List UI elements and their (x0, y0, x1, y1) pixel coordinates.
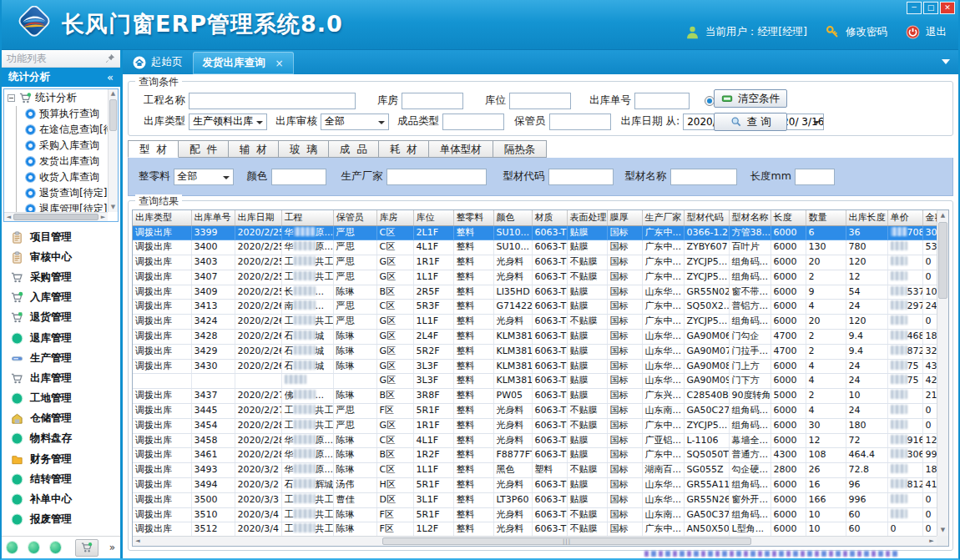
tree-vertical-scrollbar[interactable]: ▲ ▼ (108, 89, 118, 212)
scroll-up-icon[interactable]: ▲ (937, 210, 948, 221)
column-header[interactable]: 整零料 (453, 210, 493, 225)
scroll-up-icon[interactable]: ▲ (109, 89, 118, 98)
table-row[interactable]: 调拨出库34612020/2/28华原...陈琳B区1R2F整料F8877FT6… (133, 448, 949, 463)
tree-item[interactable]: 退货查询[待定] (4, 185, 118, 201)
module-dot-icon[interactable] (50, 542, 61, 553)
pin-icon[interactable] (105, 53, 115, 63)
table-row[interactable]: 调拨出库34002020/2/25华原...严思C区4L1F整料SU10...6… (133, 240, 949, 255)
tab-home[interactable]: 起始页 (123, 50, 193, 74)
profile-code-input[interactable] (548, 169, 614, 185)
scroll-right-icon[interactable]: ► (99, 213, 108, 221)
column-header[interactable]: 生产厂家 (642, 210, 684, 225)
scrollbar-thumb[interactable] (13, 214, 99, 220)
sidebar-item-财务管理[interactable]: 财务管理 (2, 449, 120, 469)
color-input[interactable] (271, 169, 326, 185)
material-tab-4[interactable]: 玻 璃 (279, 140, 329, 158)
table-row[interactable]: 调拨出库34372020/2/27佛...陈琳B区3R8F整料PW056063-… (133, 389, 949, 404)
sidebar-item-补单中心[interactable]: 补单中心 (2, 489, 120, 509)
column-header[interactable]: 型材代码 (684, 210, 729, 225)
sidebar-item-入库管理[interactable]: 入库管理 (2, 288, 120, 308)
column-header[interactable]: 工程 (281, 210, 333, 225)
tree-item[interactable]: 发货出库查询 (4, 154, 118, 169)
sidebar-section-header[interactable]: 统计分析 « (2, 68, 120, 87)
sidebar-item-物料盘存[interactable]: 物料盘存 (2, 429, 120, 449)
table-row[interactable]: 调拨出库34072020/2/25工共工程严思G区1L1F整料光身料6063-T… (133, 270, 949, 285)
scroll-down-icon[interactable]: ▼ (937, 525, 948, 536)
table-row[interactable]: 调拨出库34032020/2/25工共工程严思G区1R1F整料光身料6063-T… (133, 255, 949, 270)
column-header[interactable]: 出库单号 (191, 210, 235, 225)
table-row[interactable]: 调拨出库33992020/2/25华原...严思C区2L1F整料SU10...6… (133, 225, 949, 240)
material-tab-7[interactable]: 单体型材 (429, 140, 493, 158)
tab-close-icon[interactable]: × (275, 58, 284, 69)
table-row[interactable]: 调拨出库34132020/2/26南...严思C区5R3F整料G71422606… (133, 300, 949, 315)
table-row[interactable]: 调拨出库34582020/2/28华原...陈琳C区4L1F整料光身料6063-… (133, 433, 949, 448)
grid-vertical-scrollbar[interactable]: ▲ ▼ (937, 210, 948, 536)
table-row[interactable]: 调拨出库34542020/2/28工共工程严思G区1R1F整料光身料6063-T… (133, 418, 949, 433)
material-tab-5[interactable]: 成 品 (329, 140, 379, 158)
table-row[interactable]: G区3L3F整料KLM38176063-T5贴膜国标山东华...GA90M09.… (133, 374, 949, 389)
sidebar-item-审核中心[interactable]: 审核中心 (2, 247, 120, 267)
warehouse-input[interactable] (402, 93, 463, 109)
audit-select[interactable]: 全部 (321, 114, 389, 130)
column-header[interactable]: 出库日期 (235, 210, 281, 225)
material-tab-3[interactable]: 辅 材 (229, 140, 279, 158)
sidebar-item-退库管理[interactable]: 退库管理 (2, 328, 120, 348)
column-header[interactable]: 库房 (376, 210, 413, 225)
sidebar-item-出库管理[interactable]: 出库管理 (2, 368, 120, 388)
overflow-chevron[interactable]: » (109, 543, 115, 552)
whole-part-select[interactable]: 全部 (174, 169, 234, 185)
expander-icon[interactable] (8, 94, 15, 102)
table-row[interactable]: 调拨出库34242020/2/26工共工程严思G区1L1F整料光身料6063-T… (133, 315, 949, 330)
scrollbar-thumb[interactable] (938, 222, 947, 299)
profile-name-input[interactable] (670, 169, 737, 185)
scroll-left-icon[interactable]: ◄ (4, 213, 13, 221)
module-dot-icon[interactable] (7, 542, 18, 553)
tree-item[interactable]: 在途信息查询[待 (4, 122, 118, 138)
column-header[interactable]: 表面处理 (567, 210, 607, 225)
sidebar-item-报废管理[interactable]: 报废管理 (2, 510, 120, 530)
column-header[interactable]: 长度 (771, 210, 806, 225)
tree-item[interactable]: 采购入库查询 (4, 138, 118, 154)
order-no-input[interactable] (634, 93, 690, 109)
material-tab-2[interactable]: 配 件 (179, 140, 229, 158)
scroll-left-icon[interactable]: ◄ (133, 537, 143, 546)
scrollbar-thumb[interactable] (109, 99, 117, 131)
table-row[interactable]: 调拨出库34282020/2/26石城陈琳G区2L4F整料KLM38176063… (133, 330, 949, 345)
tree-item[interactable]: 收货入库查询 (4, 169, 118, 185)
table-row[interactable]: 调拨出库34302020/2/26石城陈琳G区3L3F整料KLM38176063… (133, 359, 949, 374)
sidebar-item-项目管理[interactable]: 项目管理 (2, 227, 120, 247)
maximize-button[interactable]: □ (923, 2, 938, 14)
table-row[interactable]: 调拨出库34452020/2/27工共工程严思F区5R1F整料光身料6063-T… (133, 404, 949, 419)
change-password-link[interactable]: 修改密码 (846, 25, 887, 39)
sidebar-item-生产管理[interactable]: 生产管理 (2, 348, 120, 368)
sidebar-item-采购管理[interactable]: 采购管理 (2, 267, 120, 287)
column-header[interactable]: 单价 (887, 210, 922, 225)
material-tab-8[interactable]: 隔热条 (493, 140, 548, 158)
table-row[interactable]: 调拨出库34942020/3/2石辉城汤伟H区5R1F整料光身料6063-T5贴… (133, 478, 949, 493)
search-button[interactable]: 查 询 (714, 113, 787, 131)
column-header[interactable]: 膜厚 (607, 210, 642, 225)
column-header[interactable]: 出库长度 (846, 210, 887, 225)
column-header[interactable]: 颜色 (493, 210, 532, 225)
tab-list-dropdown-icon[interactable] (942, 59, 950, 68)
close-button[interactable]: ✕ (940, 2, 955, 14)
table-row[interactable]: 调拨出库35002020/3/3工共工程曹佳D区3L1F整料LT3P606063… (133, 492, 949, 507)
table-row[interactable]: 调拨出库34092020/2/25长...陈琳B区2R5F整料LI35HD606… (133, 285, 949, 300)
tree-root[interactable]: 统计分析 (4, 89, 118, 106)
location-input[interactable] (509, 93, 571, 109)
keeper-input[interactable] (549, 114, 611, 130)
minimize-button[interactable]: ─ (907, 2, 922, 14)
sidebar-item-退货管理[interactable]: 退货管理 (2, 308, 120, 328)
clear-conditions-button[interactable]: 清空条件 (714, 89, 787, 108)
manufacturer-input[interactable] (387, 169, 487, 185)
table-row[interactable]: 调拨出库35102020/3/4工共工程陈琳F区5R1F整料光身料6063-T5… (133, 507, 949, 522)
material-tab-1[interactable]: 型 材 (128, 140, 179, 158)
scroll-down-icon[interactable]: ▼ (109, 203, 118, 212)
module-dot-icon[interactable] (28, 542, 39, 553)
column-header[interactable]: 出库类型 (133, 210, 191, 225)
scroll-right-icon[interactable]: ► (927, 537, 937, 546)
table-row[interactable]: 调拨出库34932020/3/2华原...陈琳C区1L1F整料黑色塑料不贴膜国标… (133, 463, 949, 478)
column-header[interactable]: 库位 (413, 210, 453, 225)
project-name-input[interactable] (189, 93, 356, 109)
column-header[interactable]: 数量 (806, 210, 846, 225)
